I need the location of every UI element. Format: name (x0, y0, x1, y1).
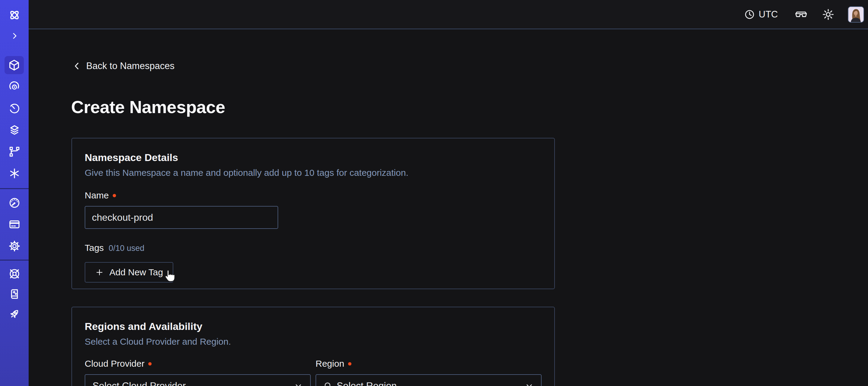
region-column: Region Select Region (315, 359, 541, 386)
sidebar-item-usage[interactable] (0, 194, 29, 211)
sidebar-item-namespaces[interactable] (4, 56, 24, 74)
cloud-provider-label: Cloud Provider (85, 359, 311, 369)
chevron-down-icon (294, 381, 303, 386)
gear-icon (8, 240, 21, 252)
timezone-selector[interactable]: UTC (744, 9, 778, 20)
region-label: Region (315, 359, 541, 369)
tags-row: Tags 0/10 used (85, 243, 541, 253)
gauge-icon (8, 197, 21, 209)
lifebuoy-icon (8, 268, 21, 280)
credit-card-icon (8, 218, 21, 230)
avatar-image (848, 7, 864, 22)
theme-toggle-button[interactable] (822, 8, 835, 21)
cloud-provider-select[interactable]: Select Cloud Provider (85, 374, 311, 386)
name-field-label: Name (85, 190, 541, 201)
required-dot (148, 362, 152, 365)
sidebar-item-retention[interactable] (0, 100, 29, 117)
sidebar-divider (0, 188, 29, 189)
provider-region-grid: Cloud Provider Select Cloud Provider Reg… (85, 359, 541, 386)
add-new-tag-button[interactable]: Add New Tag (85, 262, 173, 283)
region-label-text: Region (315, 359, 344, 369)
sidebar-item-deployments[interactable] (0, 121, 29, 139)
card-subtitle: Select a Cloud Provider and Region. (85, 336, 541, 347)
main-content: Back to Namespaces Create Namespace Name… (29, 30, 868, 386)
add-tag-label: Add New Tag (110, 267, 163, 277)
sidebar-item-observability[interactable] (0, 78, 29, 95)
back-to-namespaces-link[interactable]: Back to Namespaces (72, 61, 175, 71)
namespace-name-input[interactable] (85, 206, 278, 229)
timer-clock-icon (8, 102, 21, 114)
feedback-glasses-button[interactable] (794, 9, 808, 20)
page-title: Create Namespace (71, 97, 225, 117)
back-link-label: Back to Namespaces (86, 61, 175, 71)
regions-availability-card: Regions and Availability Select a Cloud … (71, 307, 555, 386)
sidebar (0, 0, 29, 386)
card-title: Regions and Availability (85, 320, 541, 333)
chevron-down-icon (525, 381, 534, 386)
sidebar-item-docs[interactable] (0, 286, 29, 302)
tags-label: Tags (85, 243, 104, 253)
cloud-provider-column: Cloud Provider Select Cloud Provider (85, 359, 311, 386)
layers-icon (8, 124, 21, 136)
glasses-icon (794, 9, 808, 20)
required-dot (348, 362, 351, 365)
sidebar-item-support[interactable] (0, 265, 29, 282)
card-subtitle: Give this Namespace a name and optionall… (85, 167, 541, 179)
name-label-text: Name (85, 190, 109, 201)
search-icon (323, 381, 333, 386)
chevron-left-icon (72, 61, 82, 70)
sun-icon (822, 8, 835, 21)
branch-icon (8, 146, 21, 158)
region-placeholder: Select Region (337, 380, 397, 386)
sidebar-item-nexus[interactable] (0, 165, 29, 182)
card-title: Namespace Details (85, 151, 541, 164)
topbar: UTC (29, 0, 868, 29)
asterisk-icon (8, 167, 21, 179)
clock-icon (744, 9, 755, 20)
sidebar-expand-chevron-icon[interactable] (0, 27, 29, 44)
user-avatar[interactable] (848, 6, 864, 23)
sidebar-item-billing[interactable] (0, 216, 29, 233)
sidebar-item-settings[interactable] (0, 238, 29, 255)
timezone-label: UTC (758, 9, 778, 20)
plus-icon (95, 268, 104, 277)
cloud-provider-label-text: Cloud Provider (85, 359, 144, 369)
required-dot (113, 194, 116, 197)
tags-usage-count: 0/10 used (108, 244, 144, 253)
namespace-details-card: Namespace Details Give this Namespace a … (71, 138, 555, 289)
temporal-logo-icon[interactable] (0, 7, 29, 24)
eye-spiral-icon (8, 81, 21, 93)
cloud-provider-placeholder: Select Cloud Provider (93, 380, 186, 386)
sidebar-divider (0, 260, 29, 261)
region-select[interactable]: Select Region (315, 374, 541, 386)
sidebar-item-getting-started[interactable] (0, 305, 29, 322)
rocket-icon (8, 308, 21, 320)
cube-icon (8, 59, 21, 71)
sidebar-item-workflows[interactable] (0, 143, 29, 160)
book-sparkle-icon (8, 288, 21, 300)
